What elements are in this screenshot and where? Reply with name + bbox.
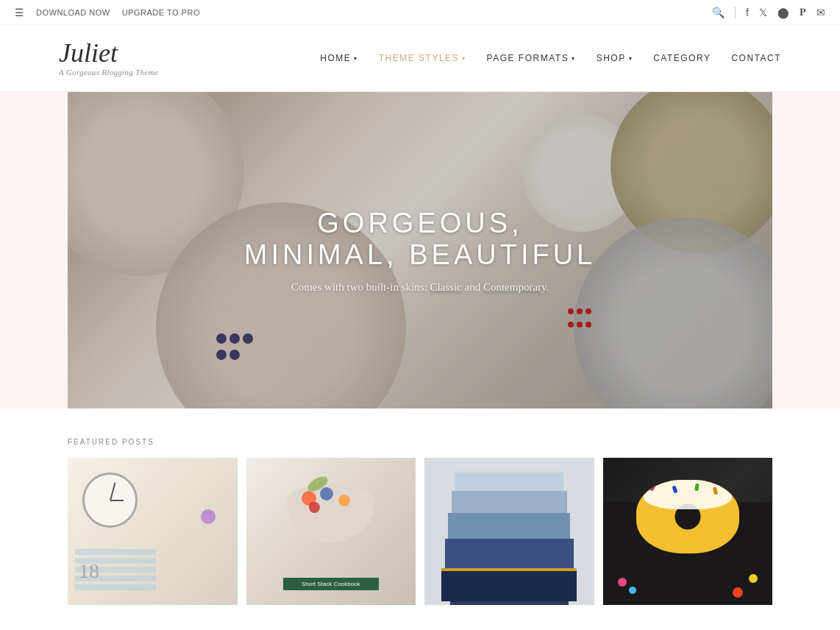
facebook-icon[interactable]: f <box>746 7 749 18</box>
hero-banner: GORGEOUS, MINIMAL, BEAUTIFUL Comes with … <box>68 92 772 408</box>
hero-wrapper: GORGEOUS, MINIMAL, BEAUTIFUL Comes with … <box>0 92 840 408</box>
card-background-4 <box>603 458 773 605</box>
search-icon[interactable]: 🔍 <box>712 7 725 18</box>
nav-theme-styles[interactable]: THEME STYLES ▾ <box>379 53 466 63</box>
card-background-3 <box>424 458 594 605</box>
card-background-2: Short Stack Cookbook <box>246 458 416 605</box>
nav-category[interactable]: CATEGORY <box>653 53 711 63</box>
topbar-right: 🔍 f 𝕏 ⬤ 𝐏 ✉ <box>712 6 825 18</box>
logo-subtitle: A Gorgeous Blogging Theme <box>59 68 158 77</box>
chevron-down-icon: ▾ <box>354 55 358 62</box>
pinterest-icon[interactable]: 𝐏 <box>800 6 806 18</box>
hero-title: GORGEOUS, MINIMAL, BEAUTIFUL <box>244 208 597 271</box>
cookbook-label: Short Stack Cookbook <box>283 578 379 590</box>
chevron-down-icon: ▾ <box>462 55 466 62</box>
twitter-icon[interactable]: 𝕏 <box>759 7 767 18</box>
list-item[interactable] <box>424 458 594 605</box>
hamburger-icon[interactable]: ☰ <box>15 7 24 18</box>
site-header: Juliet A Gorgeous Blogging Theme HOME ▾ … <box>0 25 840 92</box>
logo[interactable]: Juliet A Gorgeous Blogging Theme <box>59 40 158 77</box>
chevron-down-icon: ▾ <box>629 55 633 62</box>
accent-circle <box>201 509 216 524</box>
topbar-left: ☰ DOWNLOAD NOW UPGRADE TO PRO <box>15 7 200 18</box>
card-background-1: 18 <box>68 458 238 605</box>
featured-section: FEATURED POSTS <box>0 438 840 630</box>
list-item[interactable] <box>603 458 773 605</box>
bowl-decoration <box>287 484 375 542</box>
instagram-icon[interactable]: ⬤ <box>777 7 789 18</box>
topbar: ☰ DOWNLOAD NOW UPGRADE TO PRO 🔍 f 𝕏 ⬤ 𝐏 … <box>0 0 840 25</box>
hero-content: GORGEOUS, MINIMAL, BEAUTIFUL Comes with … <box>244 208 597 294</box>
hero-subtitle: Comes with two built-in skins: Classic a… <box>244 281 597 294</box>
nav-home[interactable]: HOME ▾ <box>320 53 358 63</box>
nav-page-formats[interactable]: PAGE FORMATS ▾ <box>487 53 576 63</box>
list-item[interactable]: Short Stack Cookbook <box>246 458 416 605</box>
main-nav: HOME ▾ THEME STYLES ▾ PAGE FORMATS ▾ SHO… <box>320 53 781 63</box>
nav-shop[interactable]: SHOP ▾ <box>597 53 633 63</box>
clock-decoration <box>82 473 138 528</box>
logo-title: Juliet <box>59 40 158 66</box>
donut-decoration <box>636 480 739 553</box>
list-item[interactable]: 18 <box>68 458 238 605</box>
nav-contact[interactable]: CONTACT <box>731 53 781 63</box>
number-decoration: 18 <box>79 559 99 583</box>
divider <box>735 7 736 18</box>
email-icon[interactable]: ✉ <box>816 7 825 18</box>
featured-label: FEATURED POSTS <box>68 438 772 446</box>
download-now-link[interactable]: DOWNLOAD NOW <box>36 8 110 17</box>
featured-grid: 18 Short Stack Cookbook <box>68 458 772 605</box>
upgrade-pro-link[interactable]: UPGRADE TO PRO <box>122 8 200 17</box>
chevron-down-icon: ▾ <box>572 55 576 62</box>
